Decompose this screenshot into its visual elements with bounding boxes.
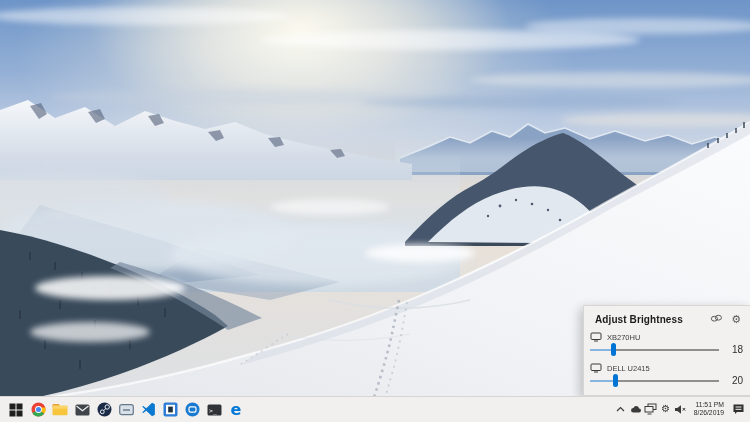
edge-icon[interactable]: e bbox=[225, 397, 247, 422]
brightness-value: 18 bbox=[726, 344, 743, 355]
start-button[interactable] bbox=[5, 397, 27, 422]
gear-icon[interactable]: ⚙ bbox=[731, 314, 741, 325]
chat-app-icon[interactable] bbox=[115, 397, 137, 422]
onedrive-cloud-icon[interactable] bbox=[629, 396, 643, 422]
monitor-row: DELL U2415 bbox=[584, 363, 750, 373]
vscode-icon[interactable] bbox=[137, 397, 159, 422]
brightness-value: 20 bbox=[726, 375, 743, 386]
clock-date: 8/26/2019 bbox=[694, 409, 724, 416]
slider-fill bbox=[590, 349, 613, 351]
display-tray-icon[interactable] bbox=[644, 396, 658, 422]
slider-handle[interactable] bbox=[611, 343, 616, 356]
monitor-row: XB270HU bbox=[584, 332, 750, 342]
command-prompt-icon[interactable]: >_ bbox=[203, 397, 225, 422]
chrome-icon[interactable] bbox=[27, 397, 49, 422]
vm-app-icon[interactable] bbox=[159, 397, 181, 422]
slider-fill bbox=[590, 380, 616, 382]
clock-time: 11:51 PM bbox=[695, 401, 724, 408]
mail-icon[interactable] bbox=[71, 397, 93, 422]
panel-title: Adjust Brightness bbox=[595, 314, 683, 325]
link-displays-icon[interactable] bbox=[710, 314, 723, 325]
taskbar: >_ e bbox=[0, 396, 750, 422]
hidden-icons-chevron-icon[interactable] bbox=[614, 396, 628, 422]
action-center-icon[interactable] bbox=[730, 396, 747, 422]
adjust-brightness-panel: Adjust Brightness ⚙ XB270HU bbox=[583, 305, 750, 396]
monitor-name: XB270HU bbox=[607, 333, 640, 342]
brightness-slider[interactable] bbox=[590, 343, 719, 356]
slider-handle[interactable] bbox=[613, 374, 618, 387]
steam-icon[interactable] bbox=[93, 397, 115, 422]
monitor-name: DELL U2415 bbox=[607, 364, 650, 373]
system-tray: ⚙ 11:51 PM 8/26/2019 bbox=[614, 396, 750, 422]
settings-gear-tray-icon[interactable]: ⚙ bbox=[659, 396, 673, 422]
cmd-glyph: >_ bbox=[209, 406, 217, 414]
desktop: Adjust Brightness ⚙ XB270HU bbox=[0, 0, 750, 422]
windows-logo-icon bbox=[9, 403, 23, 417]
file-explorer-icon[interactable] bbox=[49, 397, 71, 422]
brightness-slider[interactable] bbox=[590, 374, 719, 387]
blue-circle-app-icon[interactable] bbox=[181, 397, 203, 422]
clock[interactable]: 11:51 PM 8/26/2019 bbox=[689, 401, 729, 418]
volume-icon[interactable] bbox=[674, 396, 688, 422]
